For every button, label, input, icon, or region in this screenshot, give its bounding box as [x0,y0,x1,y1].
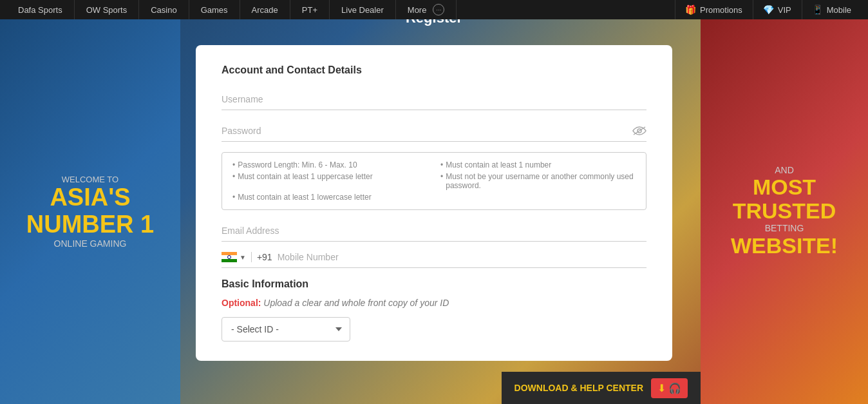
nav-vip[interactable]: 💎 VIP [753,0,802,19]
username-input[interactable] [222,89,646,110]
flag-caret-icon: ▼ [240,254,246,261]
nav-mobile[interactable]: 📱 Mobile [802,0,862,19]
nav-games[interactable]: Games [189,0,240,19]
vip-icon: 💎 [764,5,774,15]
download-arrow-icon: ⬇ [657,382,666,394]
password-toggle-icon[interactable] [632,126,646,139]
select-id-dropdown[interactable]: - Select ID - Passport Driver's License … [222,317,350,341]
select-id-wrapper: - Select ID - Passport Driver's License … [222,317,646,341]
password-field [222,120,646,142]
register-form: Account and Contact Details Password [196,45,672,361]
download-icons-group: ⬇ 🎧 [651,378,688,398]
account-section-title: Account and Contact Details [222,64,646,76]
hint-length: Password Length: Min. 6 - Max. 10 [232,160,428,169]
bottom-left-space [0,372,502,404]
mobile-icon: 📱 [813,5,823,15]
email-field [222,220,646,242]
promotions-icon: 🎁 [686,5,696,15]
nav-live-dealer[interactable]: Live Dealer [330,0,396,19]
nav-arcade[interactable]: Arcade [240,0,290,19]
phone-row: ▼ +91 [222,252,646,268]
country-selector[interactable]: ▼ [222,252,252,262]
nav-casino[interactable]: Casino [139,0,189,19]
nav-promotions[interactable]: 🎁 Promotions [675,0,753,19]
more-dots-icon: ··· [433,4,444,15]
username-field [222,89,646,110]
optional-label: Optional: [222,298,261,308]
india-flag [222,252,237,262]
hint-number: Must contain at least 1 number [440,160,636,169]
hint-username: Must not be your username or another com… [440,172,636,190]
headset-icon: 🎧 [668,382,681,394]
bottom-right-space [701,372,868,404]
nav-more[interactable]: More ··· [396,0,457,19]
main-content: Register Account and Contact Details [0,19,868,404]
email-input[interactable] [222,220,646,242]
hint-lowercase: Must contain at least 1 lowercase letter [232,193,428,202]
password-hints-box: Password Length: Min. 6 - Max. 10 Must c… [222,152,646,210]
nav-dafa-sports[interactable]: Dafa Sports [6,0,75,19]
password-input[interactable] [222,120,646,142]
basic-info-title: Basic Information [222,278,646,290]
optional-text: Optional: Upload a clear and whole front… [222,298,646,308]
country-code: +91 [257,252,278,262]
ashoka-wheel [227,255,231,259]
nav-right: 🎁 Promotions 💎 VIP 📱 Mobile [675,0,862,19]
nav-ow-sports[interactable]: OW Sports [75,0,140,19]
bottom-bar: DOWNLOAD & HELP CENTER ⬇ 🎧 [0,372,868,404]
navbar: Dafa Sports OW Sports Casino Games Arcad… [0,0,868,19]
download-label: DOWNLOAD & HELP CENTER [514,383,643,393]
mobile-input[interactable] [278,252,646,262]
nav-pt-plus[interactable]: PT+ [290,0,330,19]
optional-upload-text: Upload a clear and whole front copy of y… [263,298,449,308]
download-help-btn[interactable]: DOWNLOAD & HELP CENTER ⬇ 🎧 [502,372,701,404]
nav-left: Dafa Sports OW Sports Casino Games Arcad… [6,0,675,19]
hint-uppercase: Must contain at least 1 uppercase letter [232,172,428,190]
